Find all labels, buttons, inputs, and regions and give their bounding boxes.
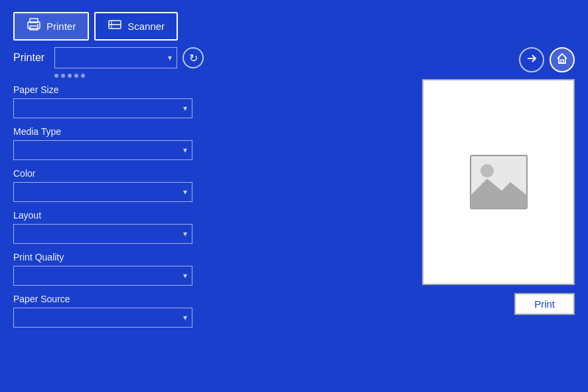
preview-home-button[interactable] [550, 47, 575, 72]
paper-source-select[interactable] [13, 308, 192, 328]
tab-scanner-label: Scanner [127, 21, 165, 32]
media-type-wrapper [13, 140, 192, 160]
layout-label: Layout [13, 210, 259, 221]
svg-point-10 [480, 164, 494, 177]
home-icon [556, 52, 568, 67]
arrow-icon [526, 52, 538, 67]
paper-size-wrapper [13, 98, 192, 118]
media-type-select[interactable] [13, 140, 192, 160]
refresh-button[interactable]: ↻ [183, 47, 204, 68]
print-quality-label: Print Quality [13, 252, 259, 262]
print-quality-group: Print Quality [13, 252, 259, 286]
color-select[interactable] [13, 182, 192, 202]
paper-source-wrapper [13, 308, 192, 328]
dot-3 [68, 74, 72, 78]
printer-select[interactable] [54, 47, 177, 68]
paper-source-label: Paper Source [13, 294, 259, 304]
left-panel: Printer ↻ Paper Size [13, 47, 259, 336]
print-quality-wrapper [13, 266, 192, 286]
preview-controls [519, 47, 575, 72]
dots-row [54, 72, 259, 84]
preview-area [422, 79, 575, 285]
paper-size-group: Paper Size [13, 84, 259, 118]
tab-printer[interactable]: Printer [13, 12, 89, 41]
svg-rect-11 [471, 195, 527, 209]
color-label: Color [13, 168, 259, 179]
layout-wrapper [13, 224, 192, 244]
media-type-label: Media Type [13, 126, 259, 137]
print-quality-select[interactable] [13, 266, 192, 286]
right-panel: Print [272, 47, 575, 336]
dot-4 [74, 74, 78, 78]
tab-printer-label: Printer [46, 21, 76, 32]
tab-bar: Printer Scanner [0, 0, 588, 47]
layout-group: Layout [13, 210, 259, 244]
svg-rect-8 [561, 60, 563, 63]
dot-2 [61, 74, 65, 78]
media-type-group: Media Type [13, 126, 259, 160]
dot-1 [54, 74, 58, 78]
svg-point-3 [37, 24, 38, 25]
preview-image-icon [467, 152, 530, 212]
print-button[interactable]: Print [514, 293, 575, 315]
scanner-icon [108, 17, 122, 35]
main-content: Printer ↻ Paper Size [0, 47, 588, 336]
paper-size-select[interactable] [13, 98, 192, 118]
printer-select-area: ↻ [54, 47, 204, 68]
color-group: Color [13, 168, 259, 202]
color-wrapper [13, 182, 192, 202]
dot-5 [81, 74, 85, 78]
paper-size-label: Paper Size [13, 84, 259, 95]
printer-icon [27, 17, 41, 35]
printer-row: Printer ↻ [13, 47, 259, 68]
refresh-icon: ↻ [189, 52, 198, 64]
printer-field-label: Printer [13, 52, 46, 64]
layout-select[interactable] [13, 224, 192, 244]
printer-dropdown-wrapper [54, 47, 177, 68]
preview-arrow-button[interactable] [519, 47, 544, 72]
paper-source-group: Paper Source [13, 294, 259, 328]
svg-rect-2 [30, 26, 38, 30]
print-button-row: Print [514, 293, 575, 315]
tab-scanner[interactable]: Scanner [94, 12, 178, 41]
